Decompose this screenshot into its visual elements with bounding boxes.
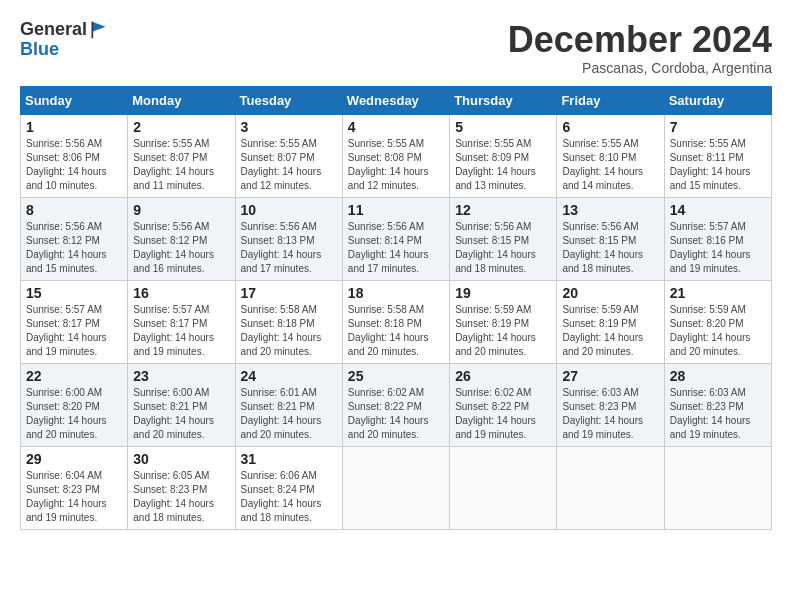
day-info: Sunrise: 5:57 AM Sunset: 8:17 PM Dayligh…: [26, 303, 122, 359]
day-number: 4: [348, 119, 444, 135]
table-row: 29Sunrise: 6:04 AM Sunset: 8:23 PM Dayli…: [21, 446, 128, 529]
table-row: 16Sunrise: 5:57 AM Sunset: 8:17 PM Dayli…: [128, 280, 235, 363]
day-info: Sunrise: 5:55 AM Sunset: 8:07 PM Dayligh…: [133, 137, 229, 193]
day-number: 15: [26, 285, 122, 301]
day-info: Sunrise: 5:56 AM Sunset: 8:13 PM Dayligh…: [241, 220, 337, 276]
table-row: 14Sunrise: 5:57 AM Sunset: 8:16 PM Dayli…: [664, 197, 771, 280]
day-info: Sunrise: 5:58 AM Sunset: 8:18 PM Dayligh…: [241, 303, 337, 359]
day-info: Sunrise: 6:04 AM Sunset: 8:23 PM Dayligh…: [26, 469, 122, 525]
day-number: 28: [670, 368, 766, 384]
table-row: 21Sunrise: 5:59 AM Sunset: 8:20 PM Dayli…: [664, 280, 771, 363]
calendar-week-row: 15Sunrise: 5:57 AM Sunset: 8:17 PM Dayli…: [21, 280, 772, 363]
table-row: 30Sunrise: 6:05 AM Sunset: 8:23 PM Dayli…: [128, 446, 235, 529]
day-number: 20: [562, 285, 658, 301]
logo-text: General Blue: [20, 20, 109, 60]
day-number: 19: [455, 285, 551, 301]
month-title: December 2024: [508, 20, 772, 60]
day-number: 16: [133, 285, 229, 301]
table-row: 26Sunrise: 6:02 AM Sunset: 8:22 PM Dayli…: [450, 363, 557, 446]
day-info: Sunrise: 6:02 AM Sunset: 8:22 PM Dayligh…: [455, 386, 551, 442]
header-wednesday: Wednesday: [342, 86, 449, 114]
day-info: Sunrise: 6:05 AM Sunset: 8:23 PM Dayligh…: [133, 469, 229, 525]
day-number: 27: [562, 368, 658, 384]
table-row: 1Sunrise: 5:56 AM Sunset: 8:06 PM Daylig…: [21, 114, 128, 197]
day-number: 29: [26, 451, 122, 467]
logo-general: General: [20, 20, 87, 40]
day-info: Sunrise: 6:03 AM Sunset: 8:23 PM Dayligh…: [670, 386, 766, 442]
table-row: [557, 446, 664, 529]
day-number: 2: [133, 119, 229, 135]
svg-marker-0: [92, 22, 105, 32]
day-number: 10: [241, 202, 337, 218]
table-row: [664, 446, 771, 529]
header-saturday: Saturday: [664, 86, 771, 114]
table-row: 27Sunrise: 6:03 AM Sunset: 8:23 PM Dayli…: [557, 363, 664, 446]
day-number: 8: [26, 202, 122, 218]
table-row: 12Sunrise: 5:56 AM Sunset: 8:15 PM Dayli…: [450, 197, 557, 280]
table-row: 7Sunrise: 5:55 AM Sunset: 8:11 PM Daylig…: [664, 114, 771, 197]
day-number: 13: [562, 202, 658, 218]
day-info: Sunrise: 5:57 AM Sunset: 8:16 PM Dayligh…: [670, 220, 766, 276]
day-number: 25: [348, 368, 444, 384]
day-info: Sunrise: 6:02 AM Sunset: 8:22 PM Dayligh…: [348, 386, 444, 442]
day-number: 23: [133, 368, 229, 384]
day-info: Sunrise: 5:56 AM Sunset: 8:06 PM Dayligh…: [26, 137, 122, 193]
day-number: 17: [241, 285, 337, 301]
table-row: 18Sunrise: 5:58 AM Sunset: 8:18 PM Dayli…: [342, 280, 449, 363]
day-number: 31: [241, 451, 337, 467]
day-info: Sunrise: 5:56 AM Sunset: 8:15 PM Dayligh…: [455, 220, 551, 276]
day-info: Sunrise: 5:59 AM Sunset: 8:20 PM Dayligh…: [670, 303, 766, 359]
day-number: 12: [455, 202, 551, 218]
page-header: General Blue December 2024 Pascanas, Cor…: [20, 20, 772, 76]
table-row: 6Sunrise: 5:55 AM Sunset: 8:10 PM Daylig…: [557, 114, 664, 197]
table-row: 23Sunrise: 6:00 AM Sunset: 8:21 PM Dayli…: [128, 363, 235, 446]
table-row: 10Sunrise: 5:56 AM Sunset: 8:13 PM Dayli…: [235, 197, 342, 280]
logo-flag-icon: [89, 20, 109, 40]
svg-rect-1: [92, 22, 94, 39]
table-row: 3Sunrise: 5:55 AM Sunset: 8:07 PM Daylig…: [235, 114, 342, 197]
table-row: 31Sunrise: 6:06 AM Sunset: 8:24 PM Dayli…: [235, 446, 342, 529]
table-row: 22Sunrise: 6:00 AM Sunset: 8:20 PM Dayli…: [21, 363, 128, 446]
day-info: Sunrise: 5:59 AM Sunset: 8:19 PM Dayligh…: [455, 303, 551, 359]
day-number: 26: [455, 368, 551, 384]
table-row: 11Sunrise: 5:56 AM Sunset: 8:14 PM Dayli…: [342, 197, 449, 280]
table-row: 28Sunrise: 6:03 AM Sunset: 8:23 PM Dayli…: [664, 363, 771, 446]
day-number: 11: [348, 202, 444, 218]
day-number: 9: [133, 202, 229, 218]
day-info: Sunrise: 5:55 AM Sunset: 8:10 PM Dayligh…: [562, 137, 658, 193]
table-row: [342, 446, 449, 529]
header-thursday: Thursday: [450, 86, 557, 114]
logo-blue: Blue: [20, 40, 109, 60]
day-info: Sunrise: 5:57 AM Sunset: 8:17 PM Dayligh…: [133, 303, 229, 359]
day-info: Sunrise: 5:56 AM Sunset: 8:15 PM Dayligh…: [562, 220, 658, 276]
day-info: Sunrise: 6:06 AM Sunset: 8:24 PM Dayligh…: [241, 469, 337, 525]
table-row: 13Sunrise: 5:56 AM Sunset: 8:15 PM Dayli…: [557, 197, 664, 280]
table-row: [450, 446, 557, 529]
day-number: 24: [241, 368, 337, 384]
day-info: Sunrise: 5:56 AM Sunset: 8:14 PM Dayligh…: [348, 220, 444, 276]
calendar-table: Sunday Monday Tuesday Wednesday Thursday…: [20, 86, 772, 530]
day-number: 1: [26, 119, 122, 135]
day-number: 22: [26, 368, 122, 384]
table-row: 19Sunrise: 5:59 AM Sunset: 8:19 PM Dayli…: [450, 280, 557, 363]
table-row: 4Sunrise: 5:55 AM Sunset: 8:08 PM Daylig…: [342, 114, 449, 197]
day-info: Sunrise: 5:55 AM Sunset: 8:08 PM Dayligh…: [348, 137, 444, 193]
logo: General Blue: [20, 20, 109, 60]
day-info: Sunrise: 5:55 AM Sunset: 8:07 PM Dayligh…: [241, 137, 337, 193]
day-number: 30: [133, 451, 229, 467]
table-row: 25Sunrise: 6:02 AM Sunset: 8:22 PM Dayli…: [342, 363, 449, 446]
table-row: 20Sunrise: 5:59 AM Sunset: 8:19 PM Dayli…: [557, 280, 664, 363]
day-number: 7: [670, 119, 766, 135]
header-sunday: Sunday: [21, 86, 128, 114]
day-number: 3: [241, 119, 337, 135]
table-row: 15Sunrise: 5:57 AM Sunset: 8:17 PM Dayli…: [21, 280, 128, 363]
calendar-header-row: Sunday Monday Tuesday Wednesday Thursday…: [21, 86, 772, 114]
location-subtitle: Pascanas, Cordoba, Argentina: [508, 60, 772, 76]
day-number: 5: [455, 119, 551, 135]
table-row: 2Sunrise: 5:55 AM Sunset: 8:07 PM Daylig…: [128, 114, 235, 197]
table-row: 17Sunrise: 5:58 AM Sunset: 8:18 PM Dayli…: [235, 280, 342, 363]
day-info: Sunrise: 6:00 AM Sunset: 8:21 PM Dayligh…: [133, 386, 229, 442]
day-info: Sunrise: 5:59 AM Sunset: 8:19 PM Dayligh…: [562, 303, 658, 359]
table-row: 8Sunrise: 5:56 AM Sunset: 8:12 PM Daylig…: [21, 197, 128, 280]
day-info: Sunrise: 5:56 AM Sunset: 8:12 PM Dayligh…: [26, 220, 122, 276]
